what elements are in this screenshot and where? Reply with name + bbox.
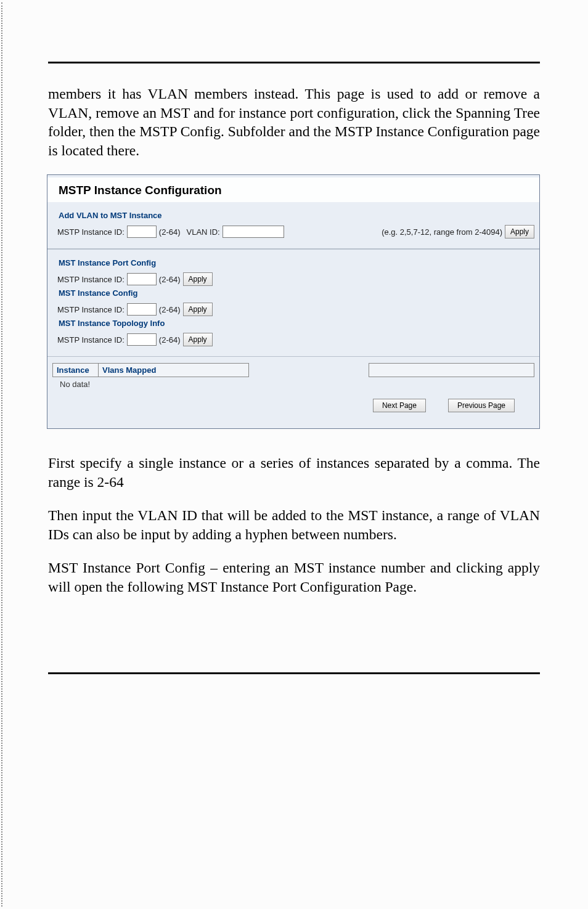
- inst-range-note: (2-64): [159, 305, 181, 314]
- inst-config-heading: MST Instance Config: [59, 288, 534, 298]
- topo-range-note: (2-64): [159, 335, 181, 344]
- document-page: members it has VLAN members instead. Thi…: [0, 0, 588, 711]
- body-paragraph-2: First specify a single instance or a ser…: [48, 454, 540, 491]
- mstp-config-screenshot: MSTP Instance Configuration Add VLAN to …: [47, 174, 540, 429]
- mstp-instance-id-input-addvlan[interactable]: [127, 226, 157, 238]
- column-header-vlans-mapped: Vlans Mapped: [99, 364, 248, 377]
- add-vlan-row: MSTP Instance ID: (2-64) VLAN ID: (e.g. …: [52, 225, 534, 238]
- panel-title: MSTP Instance Configuration: [59, 184, 528, 197]
- port-range-note: (2-64): [159, 275, 181, 284]
- next-page-button[interactable]: Next Page: [373, 399, 426, 412]
- pager: Next Page Previous Page: [52, 395, 534, 421]
- decorative-left-border: [1, 2, 4, 907]
- mstp-range-note: (2-64): [159, 227, 181, 237]
- mstp-instance-id-label-inst: MSTP Instance ID:: [57, 305, 125, 314]
- mstp-instance-id-input-topo[interactable]: [127, 333, 157, 346]
- vlan-id-label: VLAN ID:: [187, 227, 220, 237]
- column-header-instance: Instance: [53, 364, 99, 377]
- no-data-message: No data!: [52, 377, 534, 395]
- table-header-row-right: [369, 363, 534, 377]
- inst-config-row: MSTP Instance ID: (2-64) Apply: [52, 303, 534, 316]
- mstp-instance-id-label-port: MSTP Instance ID:: [57, 275, 125, 284]
- previous-page-button[interactable]: Previous Page: [448, 399, 515, 412]
- table-section: Instance Vlans Mapped No data! Next Page…: [47, 356, 539, 428]
- horizontal-rule-top: [48, 62, 540, 63]
- panel-header: MSTP Instance Configuration: [47, 177, 539, 202]
- mstp-instance-id-input-inst[interactable]: [127, 303, 157, 316]
- mstp-instance-id-label-topo: MSTP Instance ID:: [57, 335, 125, 344]
- vlan-id-input[interactable]: [223, 226, 284, 238]
- apply-button-addvlan[interactable]: Apply: [505, 225, 534, 238]
- apply-button-port[interactable]: Apply: [183, 272, 213, 286]
- topo-row: MSTP Instance ID: (2-64) Apply: [52, 333, 534, 346]
- body-paragraph-1: members it has VLAN members instead. Thi…: [48, 84, 540, 160]
- port-config-heading: MST Instance Port Config: [59, 258, 534, 267]
- add-vlan-heading: Add VLAN to MST Instance: [59, 211, 534, 220]
- body-paragraph-3: Then input the VLAN ID that will be adde…: [48, 506, 540, 544]
- instance-table: Instance Vlans Mapped: [52, 363, 534, 377]
- apply-button-inst[interactable]: Apply: [183, 303, 213, 316]
- table-header-row-left: Instance Vlans Mapped: [52, 363, 249, 377]
- topo-heading: MST Instance Topology Info: [59, 319, 534, 328]
- horizontal-rule-bottom: [48, 672, 540, 674]
- mid-section: MST Instance Port Config MSTP Instance I…: [47, 249, 539, 356]
- mstp-instance-id-label: MSTP Instance ID:: [57, 227, 125, 237]
- apply-button-topo[interactable]: Apply: [183, 333, 213, 346]
- port-config-row: MSTP Instance ID: (2-64) Apply: [52, 272, 534, 286]
- body-paragraph-4: MST Instance Port Config – entering an M…: [48, 558, 540, 596]
- mstp-instance-id-input-port[interactable]: [127, 273, 157, 285]
- vlan-id-hint: (e.g. 2,5,7-12, range from 2-4094): [382, 227, 502, 237]
- add-vlan-section: Add VLAN to MST Instance MSTP Instance I…: [47, 202, 539, 249]
